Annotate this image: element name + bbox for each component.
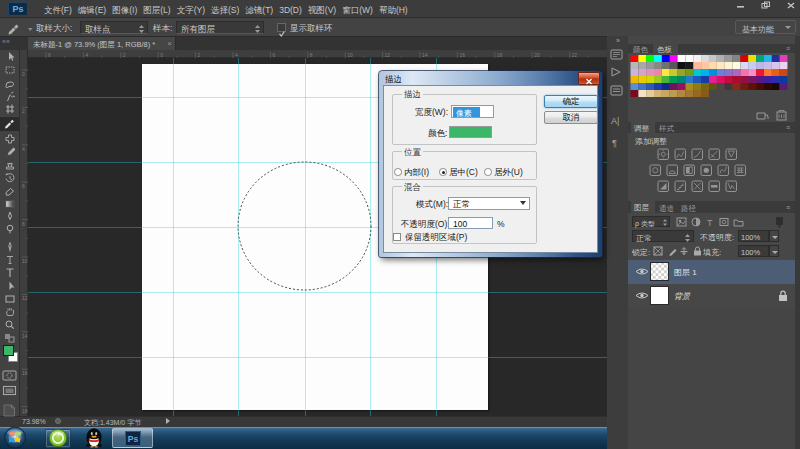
svg-text:T: T: [707, 218, 713, 228]
